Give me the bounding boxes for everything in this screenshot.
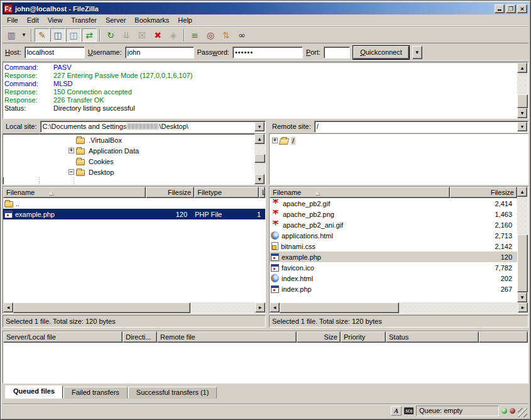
port-input[interactable] bbox=[324, 47, 350, 58]
scroll-down-icon[interactable]: ▼ bbox=[517, 292, 527, 302]
process-queue-button[interactable]: ⇊ bbox=[119, 28, 134, 42]
file-icon bbox=[271, 210, 280, 218]
local-hscrollbar[interactable]: ◀ ▶ bbox=[3, 302, 265, 313]
scroll-right-icon[interactable]: ▶ bbox=[518, 302, 528, 312]
toggle-message-log-button[interactable]: ✎ bbox=[35, 28, 50, 42]
menu-file[interactable]: File bbox=[3, 15, 23, 25]
queue-body[interactable] bbox=[3, 343, 528, 383]
cancel-operation-button[interactable]: ☒ bbox=[134, 28, 150, 42]
remote-hscrollbar[interactable]: ◀ ▶ bbox=[270, 302, 528, 313]
scroll-up-icon[interactable]: ▲ bbox=[255, 134, 265, 144]
local-tree-scrollbar[interactable]: ▲ ▼ bbox=[255, 134, 265, 184]
scroll-down-icon[interactable]: ▼ bbox=[517, 108, 527, 118]
scroll-right-icon[interactable]: ▶ bbox=[255, 302, 265, 312]
log-scrollbar[interactable]: ▲ ▼ bbox=[517, 63, 528, 118]
maximize-button[interactable]: ❐ bbox=[506, 4, 516, 13]
tab-successful-transfers[interactable]: Successful transfers (1) bbox=[128, 387, 217, 399]
scrollbar-thumb[interactable] bbox=[517, 94, 528, 108]
remote-site-combo[interactable]: / ▼ bbox=[314, 121, 528, 133]
chevron-down-icon[interactable]: ▼ bbox=[255, 122, 265, 131]
menu-help[interactable]: Help bbox=[173, 15, 197, 25]
column-header-direction[interactable]: Directi... bbox=[123, 331, 157, 343]
scrollbar-thumb[interactable] bbox=[255, 154, 265, 163]
reconnect-button[interactable]: ◈ bbox=[166, 28, 181, 42]
speedlimit-badge-icon[interactable]: SCQ bbox=[404, 407, 413, 414]
index.php[interactable]: index.php 267 bbox=[270, 284, 517, 294]
menu-server[interactable]: Server bbox=[101, 15, 130, 25]
column-header-size[interactable]: Size bbox=[297, 331, 341, 343]
host-input[interactable] bbox=[25, 47, 85, 58]
find-files-button[interactable]: ∞ bbox=[234, 28, 249, 42]
tree-item[interactable]: − Desktop bbox=[3, 167, 255, 177]
scroll-left-icon[interactable]: ◀ bbox=[270, 302, 280, 312]
column-header-remote-file[interactable]: Remote file bbox=[157, 331, 297, 343]
bitnami.css[interactable]: bitnami.css 2,142 bbox=[270, 241, 517, 251]
tree-item[interactable]: Cookies bbox=[3, 156, 255, 167]
column-header-server-local-file[interactable]: Server/Local file bbox=[3, 331, 123, 343]
local-site-combo[interactable]: C:\Documents and Settings\Desktop\ ▼ bbox=[40, 121, 266, 133]
menu-transfer[interactable]: Transfer bbox=[67, 15, 101, 25]
..[interactable]: .. bbox=[3, 198, 265, 209]
column-header-filename[interactable]: Filename bbox=[3, 187, 146, 198]
site-manager-dropdown[interactable]: ▾ bbox=[19, 28, 28, 42]
column-header-status[interactable]: Status bbox=[386, 331, 479, 343]
quickconnect-dropdown-button[interactable]: ▼ bbox=[412, 46, 422, 59]
tree-expander[interactable]: + bbox=[272, 138, 278, 143]
toggle-remote-tree-button[interactable]: ◫ bbox=[66, 28, 81, 42]
quickconnect-button[interactable]: Quickconnect bbox=[353, 46, 409, 59]
close-button[interactable]: × bbox=[517, 4, 527, 13]
menu-bookmarks[interactable]: Bookmarks bbox=[130, 15, 173, 25]
column-header-last-modified[interactable]: L bbox=[259, 187, 265, 198]
column-header-filename[interactable]: Filename bbox=[270, 187, 450, 198]
password-input[interactable] bbox=[233, 47, 303, 58]
tab-queued-files[interactable]: Queued files bbox=[5, 385, 63, 399]
scroll-up-icon[interactable]: ▲ bbox=[517, 187, 527, 197]
minimize-button[interactable] bbox=[495, 4, 505, 13]
apache_pb2.gif[interactable]: apache_pb2.gif 2,414 bbox=[270, 198, 517, 209]
ascii-datatype-icon[interactable]: A bbox=[391, 406, 402, 416]
chevron-down-icon[interactable]: ▼ bbox=[517, 122, 527, 131]
tree-expander[interactable]: − bbox=[68, 169, 74, 175]
scroll-left-icon[interactable]: ◀ bbox=[3, 302, 13, 312]
username-input[interactable] bbox=[125, 47, 194, 58]
toggle-local-tree-button[interactable]: ◫ bbox=[50, 28, 65, 42]
tree-item[interactable]: .VirtualBox bbox=[3, 135, 255, 145]
example.php[interactable]: example.php 120 PHP File 1 bbox=[3, 209, 265, 219]
tree-expander[interactable]: + bbox=[68, 148, 74, 153]
title-bar[interactable]: Fz john@localhost - FileZilla ❐ × bbox=[3, 3, 528, 14]
favicon.ico[interactable]: favicon.ico 7,782 bbox=[270, 262, 517, 273]
menu-edit[interactable]: Edit bbox=[23, 15, 43, 25]
applications.html[interactable]: applications.html 2,713 bbox=[270, 230, 517, 241]
example.php[interactable]: example.php 120 bbox=[270, 251, 517, 262]
synchronized-browsing-button[interactable]: ⇅ bbox=[219, 28, 234, 42]
column-header-filesize[interactable]: Filesize bbox=[146, 187, 194, 198]
redacted-username bbox=[126, 123, 159, 130]
resize-grip-icon[interactable] bbox=[518, 408, 527, 417]
column-header-filesize[interactable]: Filesize bbox=[450, 187, 517, 198]
column-header-filetype[interactable]: Filetype bbox=[194, 187, 259, 198]
scrollbar-thumb[interactable] bbox=[13, 302, 190, 313]
scrollbar-thumb[interactable] bbox=[517, 235, 528, 292]
remote-list-header: Filename Filesize bbox=[270, 187, 517, 198]
tree-item-root[interactable]: + / bbox=[270, 135, 528, 146]
remote-vscrollbar[interactable]: ▲ ▼ bbox=[517, 187, 528, 302]
filter-button[interactable]: ≡ bbox=[187, 28, 202, 42]
scrollbar-thumb[interactable] bbox=[280, 302, 399, 313]
column-header-priority[interactable]: Priority bbox=[341, 331, 386, 343]
apache_pb2.png[interactable]: apache_pb2.png 1,463 bbox=[270, 209, 517, 219]
apache_pb2_ani.gif[interactable]: apache_pb2_ani.gif 2,160 bbox=[270, 219, 517, 230]
disconnect-button[interactable]: ✖ bbox=[150, 28, 165, 42]
toggle-queue-button[interactable]: ⇄ bbox=[82, 28, 97, 42]
tab-failed-transfers[interactable]: Failed transfers bbox=[63, 387, 128, 399]
scroll-down-icon[interactable]: ▼ bbox=[255, 174, 265, 184]
tree-item[interactable]: + Application Data bbox=[3, 145, 255, 156]
password-label: Password: bbox=[197, 48, 229, 56]
index.html[interactable]: index.html 202 bbox=[270, 273, 517, 284]
refresh-button[interactable]: ↻ bbox=[103, 28, 118, 42]
menu-view[interactable]: View bbox=[43, 15, 67, 25]
remote-panel: Remote site: / ▼ + / bbox=[269, 120, 528, 328]
file-icon bbox=[271, 264, 279, 272]
directory-comparison-button[interactable]: ◎ bbox=[203, 28, 218, 42]
scroll-up-icon[interactable]: ▲ bbox=[517, 63, 527, 73]
site-manager-button[interactable]: ▥ bbox=[4, 28, 19, 42]
